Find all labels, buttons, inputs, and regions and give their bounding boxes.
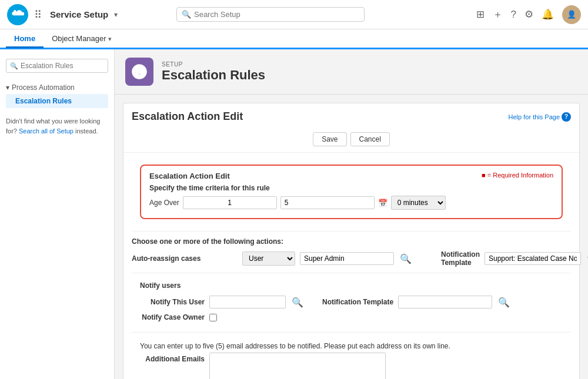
cancel-button-top[interactable]: Cancel (350, 132, 390, 146)
notify-case-owner-row: Notify Case Owner (140, 313, 305, 321)
bell-icon[interactable]: 🔔 (542, 8, 554, 21)
notif-template-label-right: Notification Template (441, 250, 480, 267)
notify-case-owner-checkbox[interactable] (209, 314, 217, 321)
tab-home[interactable]: Home (6, 31, 44, 48)
additional-emails-row: Additional Emails (140, 353, 563, 379)
notify-users-label: Notify users (140, 281, 181, 290)
email-section: You can enter up to five (5) email addre… (132, 337, 571, 379)
help-link-icon: ? (562, 112, 571, 122)
sidebar-search-input[interactable] (21, 62, 104, 70)
user-avatar[interactable]: 👤 (562, 5, 581, 24)
waffle-icon[interactable]: ⠿ (34, 8, 42, 21)
required-legend: ■ = Required Information (482, 172, 553, 179)
required-marker: ■ (482, 172, 486, 179)
app-name: Service Setup (50, 9, 108, 19)
calendar-icon[interactable]: 📅 (378, 199, 387, 207)
sidebar-item-escalation-rules[interactable]: Escalation Rules (6, 94, 108, 108)
salesforce-logo (7, 4, 28, 25)
assign-lookup-button[interactable]: 🔍 (399, 253, 413, 264)
sidebar-search-icon: 🔍 (10, 62, 18, 70)
search-icon: 🔍 (182, 10, 191, 19)
notify-this-user-row: Notify This User 🔍 (140, 296, 305, 308)
notify-template-input[interactable] (398, 296, 492, 308)
svg-point-1 (138, 70, 142, 74)
global-search-bar[interactable]: 🔍 (176, 7, 365, 22)
content-area: SETUP Escalation Rules Escalation Action… (115, 49, 588, 379)
actions-title: Choose one or more of the following acti… (132, 237, 571, 246)
main-layout: 🔍 ▾ Process Automation Escalation Rules … (0, 49, 588, 379)
sidebar-search-container[interactable]: 🔍 (6, 59, 108, 73)
age-over-label: Age Over (149, 199, 179, 207)
page-action-title: Escalation Action Edit (132, 110, 243, 123)
help-link[interactable]: Help for this Page ? (509, 112, 571, 122)
sidebar-section-process-automation: ▾ Process Automation Escalation Rules (0, 79, 114, 110)
page-title-bar: Escalation Action Edit Help for this Pag… (123, 103, 579, 126)
app-dropdown-icon[interactable]: ▾ (114, 11, 118, 19)
additional-emails-label: Additional Emails (140, 353, 205, 363)
notify-right-col: Notification Template 🔍 (322, 296, 511, 313)
time-value-input[interactable] (280, 196, 375, 209)
email-section-text: You can enter up to five (5) email addre… (140, 342, 563, 350)
tab-object-manager-dropdown[interactable]: ▾ (108, 35, 112, 42)
auto-reassign-row: Auto-reassign cases User Queue 🔍 Notific… (132, 250, 571, 267)
sidebar: 🔍 ▾ Process Automation Escalation Rules … (0, 49, 115, 379)
notify-this-user-input[interactable] (209, 296, 286, 308)
auto-reassign-label: Auto-reassign cases (132, 254, 201, 263)
age-over-input[interactable] (183, 196, 277, 209)
search-all-setup-link[interactable]: Search all of Setup (19, 128, 74, 135)
sidebar-section-title[interactable]: ▾ Process Automation (6, 81, 108, 94)
time-criteria-row: Age Over 📅 0 minutes 30 minutes 1 hour 2… (149, 196, 553, 210)
notify-this-user-label: Notify This User (140, 298, 205, 306)
chevron-down-icon: ▾ (6, 83, 9, 92)
page-header: SETUP Escalation Rules (115, 49, 588, 95)
notify-users-title-row: Notify users (140, 281, 563, 290)
save-button-top[interactable]: Save (313, 132, 346, 146)
global-search-input[interactable] (194, 10, 359, 19)
notify-template-row: Notification Template 🔍 (322, 296, 511, 308)
notify-user-lookup-button[interactable]: 🔍 (290, 297, 305, 308)
actions-section: Choose one or more of the following acti… (123, 232, 579, 379)
additional-emails-textarea[interactable] (209, 353, 386, 379)
setup-label: SETUP (162, 61, 265, 68)
escalation-action-box: ■ = Required Information Escalation Acti… (140, 165, 563, 219)
form-top-buttons: Save Cancel (123, 126, 579, 153)
auto-reassign-section: Auto-reassign cases User Queue 🔍 Notific… (132, 250, 571, 267)
notify-left-col: Notify This User 🔍 Notify Case Owner (140, 296, 305, 326)
notify-template-lookup-button[interactable]: 🔍 (497, 297, 511, 308)
help-icon[interactable]: ? (511, 9, 516, 21)
assign-type-select[interactable]: User Queue (242, 251, 295, 266)
time-unit-select[interactable]: 0 minutes 30 minutes 1 hour 2 hours 4 ho… (391, 196, 446, 210)
add-icon[interactable]: ＋ (493, 8, 503, 21)
notify-section: Notify users Notify This User 🔍 Notify C… (132, 278, 571, 332)
page-header-icon (125, 58, 153, 86)
notify-case-owner-label: Notify Case Owner (140, 313, 205, 321)
settings-icon[interactable]: ⚙ (524, 8, 533, 21)
notif-template-lookup-button[interactable]: 🔍 (586, 253, 588, 264)
top-nav-icons: ⊞ ＋ ? ⚙ 🔔 👤 (476, 5, 581, 24)
notif-template-input-right[interactable] (485, 252, 581, 265)
form-container: Escalation Action Edit Help for this Pag… (123, 103, 580, 379)
tab-object-manager[interactable]: Object Manager ▾ (44, 31, 120, 48)
tab-bar: Home Object Manager ▾ (0, 29, 588, 49)
time-criteria-label: Specify the time criteria for this rule (149, 184, 553, 192)
grid-view-icon[interactable]: ⊞ (476, 8, 485, 21)
page-header-title: Escalation Rules (162, 68, 265, 83)
sidebar-not-found: Didn't find what you were looking for? S… (0, 110, 114, 142)
notify-template-label: Notification Template (322, 298, 393, 306)
notify-two-col: Notify This User 🔍 Notify Case Owner (140, 296, 563, 326)
assign-value-input[interactable] (300, 252, 394, 265)
page-header-text: SETUP Escalation Rules (162, 61, 265, 83)
top-nav: ⠿ Service Setup ▾ 🔍 ⊞ ＋ ? ⚙ 🔔 👤 (0, 0, 588, 29)
